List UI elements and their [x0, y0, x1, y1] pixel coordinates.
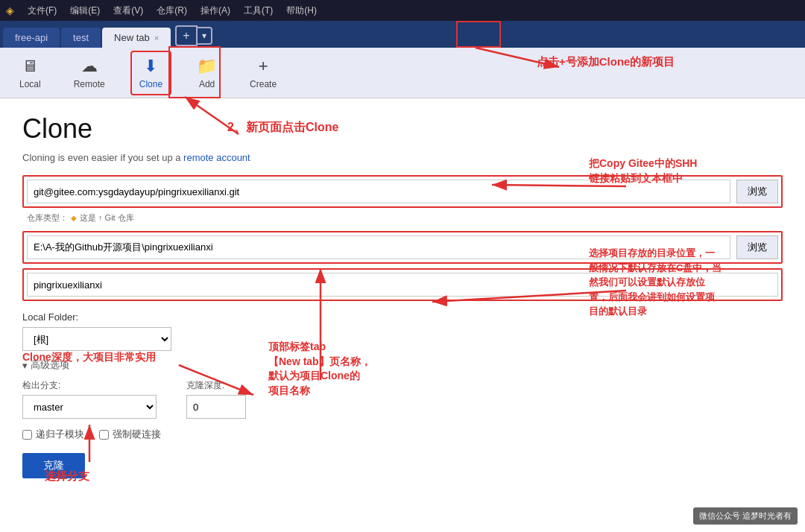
advanced-toggle[interactable]: ▾ 高级选项: [22, 358, 783, 372]
menu-bar: 文件(F) 编辑(E) 查看(V) 仓库(R) 操作(A) 工具(T) 帮助(H…: [22, 3, 323, 19]
local-path-row: 浏览: [22, 231, 783, 264]
tab-new-tab[interactable]: New tab ×: [102, 28, 171, 48]
clone-icon: ⬇: [144, 57, 157, 76]
checkbox-hardlink[interactable]: 强制硬连接: [99, 428, 161, 441]
tab-test[interactable]: test: [61, 28, 101, 48]
advanced-toggle-label: 高级选项: [31, 358, 69, 372]
local-icon: 🖥: [22, 57, 38, 76]
checkbox-row: 递归子模块 强制硬连接: [22, 428, 783, 441]
depth-input[interactable]: [186, 395, 246, 419]
repo-type-text: 这是 ↑ Git 仓库: [80, 212, 134, 224]
toolbar-clone[interactable]: ⬇ Clone: [130, 51, 171, 95]
toolbar-remote-label: Remote: [74, 79, 105, 89]
wechat-badge: 微信公众号 追梦时光者有: [693, 507, 798, 525]
toolbar-clone-label: Clone: [139, 79, 162, 89]
url-input-row: 浏览: [22, 175, 783, 208]
wechat-name: 追梦时光者有: [742, 511, 792, 520]
main-content: Clone Cloning is even easier if you set …: [0, 98, 805, 532]
toolbar-local[interactable]: 🖥 Local: [12, 52, 48, 94]
menu-repo[interactable]: 仓库(R): [151, 3, 193, 19]
toolbar-create-label: Create: [250, 79, 277, 89]
checkbox-recursive[interactable]: 递归子模块: [22, 428, 84, 441]
toolbar-add[interactable]: 📁 Add: [189, 52, 224, 94]
remote-icon: ☁: [81, 57, 98, 76]
recursive-submodules-label: 递归子模块: [36, 428, 84, 441]
tab-test-label: test: [73, 32, 89, 43]
menu-file[interactable]: 文件(F): [22, 3, 63, 19]
new-tab-plus-button[interactable]: +: [175, 25, 197, 46]
tab-close-icon[interactable]: ×: [154, 34, 159, 42]
remote-account-link[interactable]: remote account: [183, 152, 250, 163]
new-tab-dropdown-button[interactable]: ▾: [198, 27, 212, 45]
checkout-branch-label: 检出分支:: [22, 379, 157, 392]
project-name-row: [22, 268, 783, 301]
toolbar: 🖥 Local ☁ Remote ⬇ Clone 📁 Add + Create: [0, 48, 805, 98]
hardlink-checkbox[interactable]: [99, 430, 109, 440]
url-input[interactable]: [27, 180, 730, 203]
branch-select[interactable]: master develop: [22, 395, 157, 419]
folder-select[interactable]: [根] 其他...: [22, 327, 171, 351]
tab-free-api-label: free-api: [15, 32, 48, 43]
title-bar: ◈ 文件(F) 编辑(E) 查看(V) 仓库(R) 操作(A) 工具(T) 帮助…: [0, 0, 805, 21]
folder-select-row: [根] 其他...: [22, 327, 783, 351]
recursive-submodules-checkbox[interactable]: [22, 430, 32, 440]
wechat-label: 微信公众号: [699, 511, 742, 520]
toolbar-add-label: Add: [199, 79, 215, 89]
clone-button[interactable]: 克隆: [22, 453, 85, 478]
repo-type-diamond-icon: ◆: [71, 214, 77, 222]
menu-help[interactable]: 帮助(H): [280, 3, 323, 19]
clone-subtitle: Cloning is even easier if you set up a r…: [22, 152, 783, 163]
browse-button-1[interactable]: 浏览: [736, 180, 778, 203]
menu-view[interactable]: 查看(V): [107, 3, 149, 19]
branch-field-group: 检出分支: master develop: [22, 379, 157, 419]
app-logo: ◈: [6, 4, 14, 16]
hardlink-label: 强制硬连接: [113, 428, 161, 441]
repo-type-label: 仓库类型：: [27, 212, 68, 224]
depth-label: 克隆深度:: [186, 379, 246, 392]
toolbar-local-label: Local: [19, 79, 41, 89]
depth-field-group: 克隆深度:: [186, 379, 246, 419]
menu-tools[interactable]: 工具(T): [238, 3, 279, 19]
tab-bar: free-api test New tab × + ▾: [0, 21, 805, 48]
tab-new-tab-label: New tab: [114, 32, 150, 43]
toolbar-remote[interactable]: ☁ Remote: [66, 52, 113, 94]
local-path-input[interactable]: [27, 235, 730, 259]
menu-action[interactable]: 操作(A): [195, 3, 236, 19]
repo-type-row: 仓库类型： ◆ 这是 ↑ Git 仓库: [22, 212, 783, 224]
page-title: Clone: [22, 113, 783, 145]
project-name-input[interactable]: [27, 273, 778, 297]
create-icon: +: [259, 57, 268, 76]
tab-new-controls: + ▾: [175, 25, 212, 46]
advanced-section: ▾ 高级选项 检出分支: master develop 克隆深度: 递归子模块: [22, 358, 783, 478]
chevron-down-icon: ▾: [22, 360, 28, 371]
advanced-fields: 检出分支: master develop 克隆深度:: [22, 379, 783, 419]
menu-edit[interactable]: 编辑(E): [64, 3, 106, 19]
add-icon: 📁: [197, 57, 217, 76]
browse-button-2[interactable]: 浏览: [736, 235, 778, 259]
toolbar-create[interactable]: + Create: [242, 52, 284, 94]
local-folder-label: Local Folder:: [22, 311, 783, 323]
tab-free-api[interactable]: free-api: [3, 28, 60, 48]
